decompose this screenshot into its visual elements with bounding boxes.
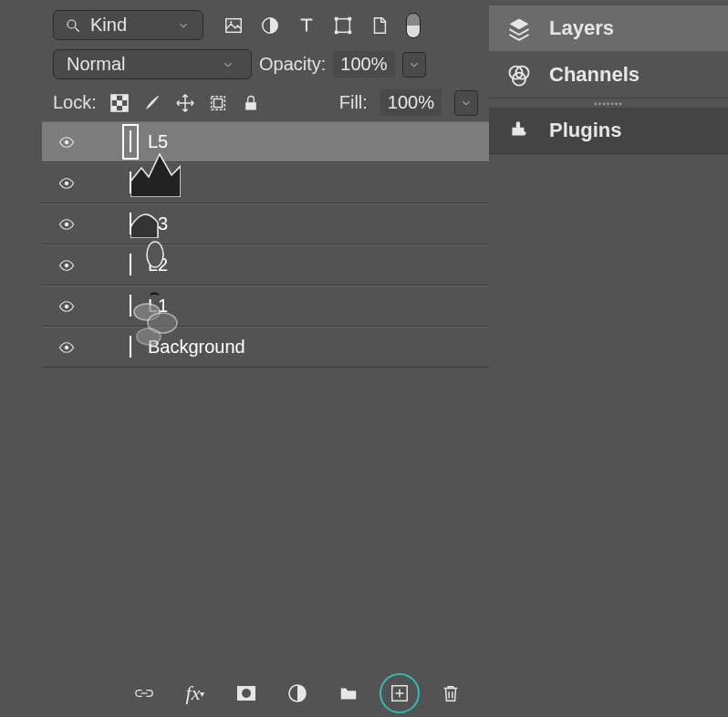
svg-rect-18 bbox=[245, 102, 256, 109]
layer-thumbnail[interactable] bbox=[130, 213, 131, 234]
layer-thumbnail[interactable] bbox=[130, 130, 131, 152]
panel-gutter bbox=[0, 0, 42, 717]
panel-grip[interactable]: ▪▪▪▪▪▪▪ bbox=[489, 99, 728, 108]
layer-row[interactable]: L5 bbox=[42, 121, 489, 162]
smartobject-filter-icon[interactable] bbox=[369, 16, 390, 36]
filter-toggle[interactable] bbox=[406, 13, 421, 38]
lock-all-icon[interactable] bbox=[241, 93, 261, 113]
eye-icon[interactable] bbox=[55, 257, 78, 274]
group-icon[interactable] bbox=[336, 681, 361, 706]
adjustment-layer-icon[interactable] bbox=[285, 681, 310, 706]
channels-icon bbox=[505, 61, 533, 88]
svg-rect-9 bbox=[348, 30, 352, 34]
tab-plugins[interactable]: Plugins bbox=[489, 108, 728, 154]
svg-point-27 bbox=[137, 328, 161, 345]
svg-point-28 bbox=[65, 345, 69, 349]
filter-row: Kind bbox=[42, 5, 489, 45]
eye-icon[interactable] bbox=[55, 134, 78, 151]
svg-rect-6 bbox=[335, 16, 338, 20]
opacity-value[interactable]: 100% bbox=[333, 51, 394, 78]
layer-row[interactable]: L3 bbox=[42, 203, 489, 244]
trash-icon[interactable] bbox=[438, 681, 463, 706]
lock-move-icon[interactable] bbox=[175, 93, 195, 113]
layers-icon bbox=[505, 15, 533, 42]
filter-type-label: Kind bbox=[90, 15, 127, 36]
svg-point-31 bbox=[242, 689, 251, 698]
layer-row[interactable]: Background bbox=[42, 327, 489, 368]
fill-value[interactable]: 100% bbox=[380, 89, 442, 116]
adjustment-filter-icon[interactable] bbox=[260, 16, 280, 36]
fill-dropdown[interactable] bbox=[454, 90, 478, 116]
mask-icon[interactable] bbox=[234, 681, 259, 706]
blend-mode-dropdown[interactable]: Normal bbox=[53, 49, 252, 79]
side-tabs: Layers Channels ▪▪▪▪▪▪▪ Plugins bbox=[489, 0, 728, 717]
svg-point-23 bbox=[65, 263, 69, 267]
eye-icon[interactable] bbox=[55, 216, 78, 233]
tab-channels-label: Channels bbox=[549, 63, 640, 87]
eye-icon[interactable] bbox=[55, 339, 78, 356]
svg-rect-14 bbox=[111, 106, 117, 111]
lock-transparency-icon[interactable] bbox=[109, 93, 130, 113]
plugins-icon bbox=[505, 117, 533, 144]
layer-thumbnail[interactable] bbox=[130, 171, 131, 193]
svg-rect-17 bbox=[213, 99, 222, 107]
svg-rect-8 bbox=[335, 30, 338, 34]
svg-rect-12 bbox=[122, 95, 128, 100]
bottom-toolbar: fx▾ bbox=[42, 670, 489, 717]
layer-row[interactable]: L1 bbox=[42, 286, 489, 327]
fx-icon[interactable]: fx▾ bbox=[182, 681, 208, 706]
layer-thumbnail[interactable] bbox=[130, 336, 131, 358]
svg-point-21 bbox=[65, 222, 69, 226]
lock-label: Lock: bbox=[53, 92, 97, 113]
svg-rect-5 bbox=[337, 18, 350, 32]
tab-layers-label: Layers bbox=[549, 16, 614, 40]
svg-point-19 bbox=[65, 140, 69, 144]
new-layer-icon[interactable] bbox=[387, 681, 412, 706]
chevron-down-icon bbox=[173, 16, 193, 36]
filter-buttons bbox=[224, 13, 421, 38]
blend-mode-label: Normal bbox=[67, 54, 125, 75]
svg-point-20 bbox=[65, 181, 69, 185]
eye-icon[interactable] bbox=[55, 298, 78, 315]
svg-rect-11 bbox=[111, 95, 117, 100]
svg-point-3 bbox=[230, 21, 232, 23]
svg-rect-13 bbox=[117, 100, 122, 106]
tab-channels[interactable]: Channels bbox=[489, 52, 728, 99]
layer-row[interactable]: L4 bbox=[42, 162, 489, 203]
layer-list: L5 L4 L3 bbox=[42, 121, 489, 670]
eye-icon[interactable] bbox=[55, 175, 78, 192]
svg-rect-7 bbox=[348, 16, 352, 20]
chevron-down-icon bbox=[218, 55, 238, 75]
lock-brush-icon[interactable] bbox=[142, 93, 162, 113]
new-layer-highlight bbox=[380, 673, 420, 713]
layer-thumbnail[interactable] bbox=[130, 295, 131, 317]
svg-point-0 bbox=[68, 20, 76, 28]
layer-thumbnail[interactable] bbox=[130, 254, 131, 275]
opacity-dropdown[interactable] bbox=[402, 52, 426, 78]
lock-artboard-icon[interactable] bbox=[208, 93, 228, 113]
search-icon bbox=[63, 16, 83, 36]
lock-row: Lock: Fill: 100% bbox=[42, 84, 489, 121]
image-filter-icon[interactable] bbox=[224, 16, 244, 36]
link-layers-icon[interactable] bbox=[131, 681, 157, 706]
svg-line-1 bbox=[75, 27, 79, 32]
opacity-label: Opacity: bbox=[259, 54, 326, 75]
layer-row[interactable]: L2 bbox=[42, 244, 489, 286]
svg-rect-15 bbox=[122, 106, 128, 111]
shape-filter-icon[interactable] bbox=[333, 16, 353, 36]
type-filter-icon[interactable] bbox=[296, 16, 317, 36]
tab-layers[interactable]: Layers bbox=[489, 5, 728, 52]
tab-plugins-label: Plugins bbox=[549, 119, 621, 142]
blend-row: Normal Opacity: 100% bbox=[42, 45, 489, 84]
fill-label: Fill: bbox=[339, 92, 368, 113]
filter-type-dropdown[interactable]: Kind bbox=[53, 10, 203, 40]
layers-panel: Kind Normal bbox=[42, 0, 489, 717]
svg-point-24 bbox=[65, 304, 69, 308]
